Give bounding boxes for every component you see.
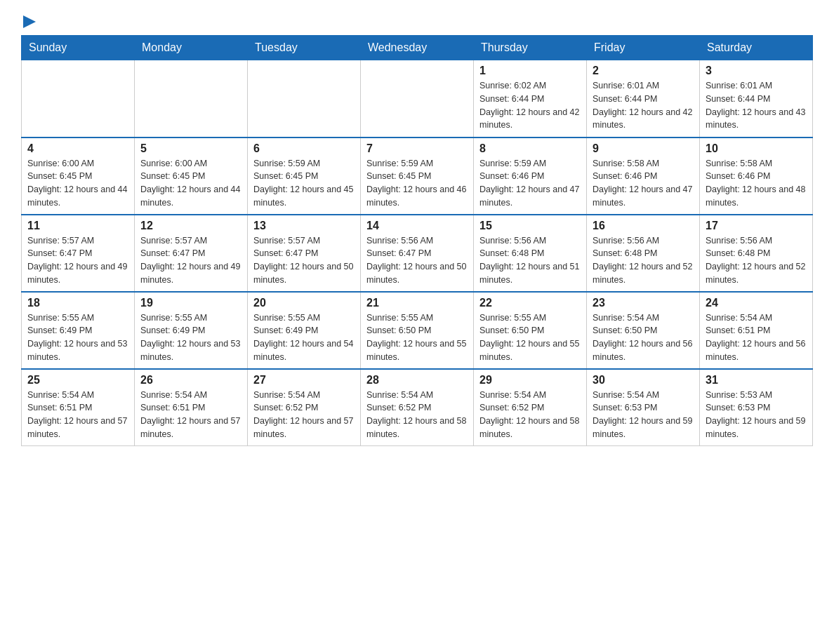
calendar-cell: 17Sunrise: 5:56 AMSunset: 6:48 PMDayligh…	[700, 215, 813, 292]
header-friday: Friday	[587, 36, 700, 60]
day-info: Sunrise: 5:58 AMSunset: 6:46 PMDaylight:…	[593, 157, 694, 210]
calendar-cell: 27Sunrise: 5:54 AMSunset: 6:52 PMDayligh…	[248, 369, 361, 446]
calendar-cell: 1Sunrise: 6:02 AMSunset: 6:44 PMDaylight…	[474, 60, 587, 137]
day-info: Sunrise: 5:54 AMSunset: 6:51 PMDaylight:…	[140, 389, 241, 441]
week-row-5: 25Sunrise: 5:54 AMSunset: 6:51 PMDayligh…	[22, 369, 813, 446]
day-info: Sunrise: 6:02 AMSunset: 6:44 PMDaylight:…	[479, 79, 581, 132]
day-number: 24	[706, 297, 807, 309]
day-number: 5	[140, 142, 241, 155]
calendar-cell: 16Sunrise: 5:56 AMSunset: 6:48 PMDayligh…	[587, 215, 700, 292]
header-monday: Monday	[135, 36, 248, 60]
day-number: 3	[706, 65, 807, 77]
day-number: 30	[593, 374, 694, 387]
day-info: Sunrise: 5:56 AMSunset: 6:47 PMDaylight:…	[366, 234, 468, 287]
week-row-4: 18Sunrise: 5:55 AMSunset: 6:49 PMDayligh…	[22, 292, 813, 369]
week-row-3: 11Sunrise: 5:57 AMSunset: 6:47 PMDayligh…	[22, 215, 813, 292]
day-number: 19	[140, 297, 241, 309]
header-thursday: Thursday	[474, 36, 587, 60]
day-number: 23	[593, 297, 694, 309]
calendar-cell: 14Sunrise: 5:56 AMSunset: 6:47 PMDayligh…	[361, 215, 474, 292]
calendar-table: SundayMondayTuesdayWednesdayThursdayFrid…	[21, 35, 813, 446]
day-number: 2	[593, 65, 694, 77]
day-info: Sunrise: 6:01 AMSunset: 6:44 PMDaylight:…	[706, 79, 807, 132]
calendar-cell: 3Sunrise: 6:01 AMSunset: 6:44 PMDaylight…	[700, 60, 813, 137]
day-info: Sunrise: 5:59 AMSunset: 6:45 PMDaylight:…	[366, 157, 468, 210]
day-info: Sunrise: 5:55 AMSunset: 6:50 PMDaylight:…	[479, 311, 581, 364]
calendar-cell: 23Sunrise: 5:54 AMSunset: 6:50 PMDayligh…	[587, 292, 700, 369]
day-number: 8	[479, 142, 581, 155]
day-info: Sunrise: 5:55 AMSunset: 6:49 PMDaylight:…	[140, 311, 241, 364]
calendar-cell: 5Sunrise: 6:00 AMSunset: 6:45 PMDaylight…	[135, 137, 248, 215]
calendar-cell: 21Sunrise: 5:55 AMSunset: 6:50 PMDayligh…	[361, 292, 474, 369]
logo-arrow-icon	[23, 15, 36, 28]
day-number: 14	[366, 220, 468, 232]
calendar-cell: 15Sunrise: 5:56 AMSunset: 6:48 PMDayligh…	[474, 215, 587, 292]
day-info: Sunrise: 5:58 AMSunset: 6:46 PMDaylight:…	[706, 157, 807, 210]
header-tuesday: Tuesday	[248, 36, 361, 60]
day-number: 11	[27, 220, 128, 232]
day-info: Sunrise: 5:54 AMSunset: 6:53 PMDaylight:…	[593, 389, 694, 441]
day-info: Sunrise: 5:54 AMSunset: 6:52 PMDaylight:…	[366, 389, 468, 441]
calendar-cell: 26Sunrise: 5:54 AMSunset: 6:51 PMDayligh…	[135, 369, 248, 446]
day-info: Sunrise: 5:55 AMSunset: 6:49 PMDaylight:…	[253, 311, 355, 364]
day-info: Sunrise: 5:54 AMSunset: 6:52 PMDaylight:…	[479, 389, 581, 441]
day-info: Sunrise: 5:57 AMSunset: 6:47 PMDaylight:…	[253, 234, 355, 287]
calendar-cell: 10Sunrise: 5:58 AMSunset: 6:46 PMDayligh…	[700, 137, 813, 215]
day-info: Sunrise: 5:57 AMSunset: 6:47 PMDaylight:…	[27, 234, 128, 287]
header-saturday: Saturday	[700, 36, 813, 60]
calendar-cell: 4Sunrise: 6:00 AMSunset: 6:45 PMDaylight…	[22, 137, 135, 215]
day-info: Sunrise: 5:54 AMSunset: 6:52 PMDaylight:…	[253, 389, 355, 441]
calendar-header-row: SundayMondayTuesdayWednesdayThursdayFrid…	[22, 36, 813, 60]
calendar-cell	[361, 60, 474, 137]
day-info: Sunrise: 5:55 AMSunset: 6:50 PMDaylight:…	[366, 311, 468, 364]
day-number: 18	[27, 297, 128, 309]
day-number: 21	[366, 297, 468, 309]
calendar-cell: 22Sunrise: 5:55 AMSunset: 6:50 PMDayligh…	[474, 292, 587, 369]
week-row-1: 1Sunrise: 6:02 AMSunset: 6:44 PMDaylight…	[22, 60, 813, 137]
day-info: Sunrise: 5:54 AMSunset: 6:50 PMDaylight:…	[593, 311, 694, 364]
day-info: Sunrise: 6:01 AMSunset: 6:44 PMDaylight:…	[593, 79, 694, 132]
day-number: 31	[706, 374, 807, 387]
day-number: 28	[366, 374, 468, 387]
day-info: Sunrise: 5:55 AMSunset: 6:49 PMDaylight:…	[27, 311, 128, 364]
day-number: 26	[140, 374, 241, 387]
day-number: 16	[593, 220, 694, 232]
day-number: 9	[593, 142, 694, 155]
day-info: Sunrise: 5:59 AMSunset: 6:45 PMDaylight:…	[253, 157, 355, 210]
day-number: 10	[706, 142, 807, 155]
day-number: 20	[253, 297, 355, 309]
day-info: Sunrise: 6:00 AMSunset: 6:45 PMDaylight:…	[27, 157, 128, 210]
day-number: 17	[706, 220, 807, 232]
day-number: 12	[140, 220, 241, 232]
logo	[21, 14, 36, 28]
day-info: Sunrise: 5:54 AMSunset: 6:51 PMDaylight:…	[27, 389, 128, 441]
day-number: 27	[253, 374, 355, 387]
calendar-cell: 6Sunrise: 5:59 AMSunset: 6:45 PMDaylight…	[248, 137, 361, 215]
day-number: 15	[479, 220, 581, 232]
calendar-cell: 28Sunrise: 5:54 AMSunset: 6:52 PMDayligh…	[361, 369, 474, 446]
calendar-cell: 31Sunrise: 5:53 AMSunset: 6:53 PMDayligh…	[700, 369, 813, 446]
day-number: 7	[366, 142, 468, 155]
day-number: 6	[253, 142, 355, 155]
day-number: 22	[479, 297, 581, 309]
day-info: Sunrise: 5:56 AMSunset: 6:48 PMDaylight:…	[593, 234, 694, 287]
calendar-cell: 11Sunrise: 5:57 AMSunset: 6:47 PMDayligh…	[22, 215, 135, 292]
week-row-2: 4Sunrise: 6:00 AMSunset: 6:45 PMDaylight…	[22, 137, 813, 215]
day-info: Sunrise: 5:56 AMSunset: 6:48 PMDaylight:…	[479, 234, 581, 287]
calendar-cell: 25Sunrise: 5:54 AMSunset: 6:51 PMDayligh…	[22, 369, 135, 446]
calendar-cell: 12Sunrise: 5:57 AMSunset: 6:47 PMDayligh…	[135, 215, 248, 292]
day-info: Sunrise: 5:54 AMSunset: 6:51 PMDaylight:…	[706, 311, 807, 364]
calendar-cell: 18Sunrise: 5:55 AMSunset: 6:49 PMDayligh…	[22, 292, 135, 369]
day-number: 25	[27, 374, 128, 387]
day-info: Sunrise: 5:59 AMSunset: 6:46 PMDaylight:…	[479, 157, 581, 210]
header-sunday: Sunday	[22, 36, 135, 60]
calendar-cell	[248, 60, 361, 137]
calendar-cell: 8Sunrise: 5:59 AMSunset: 6:46 PMDaylight…	[474, 137, 587, 215]
svg-marker-0	[23, 15, 36, 28]
calendar-cell: 19Sunrise: 5:55 AMSunset: 6:49 PMDayligh…	[135, 292, 248, 369]
calendar-cell: 24Sunrise: 5:54 AMSunset: 6:51 PMDayligh…	[700, 292, 813, 369]
calendar-cell: 30Sunrise: 5:54 AMSunset: 6:53 PMDayligh…	[587, 369, 700, 446]
calendar-cell: 29Sunrise: 5:54 AMSunset: 6:52 PMDayligh…	[474, 369, 587, 446]
day-number: 29	[479, 374, 581, 387]
calendar-cell: 13Sunrise: 5:57 AMSunset: 6:47 PMDayligh…	[248, 215, 361, 292]
